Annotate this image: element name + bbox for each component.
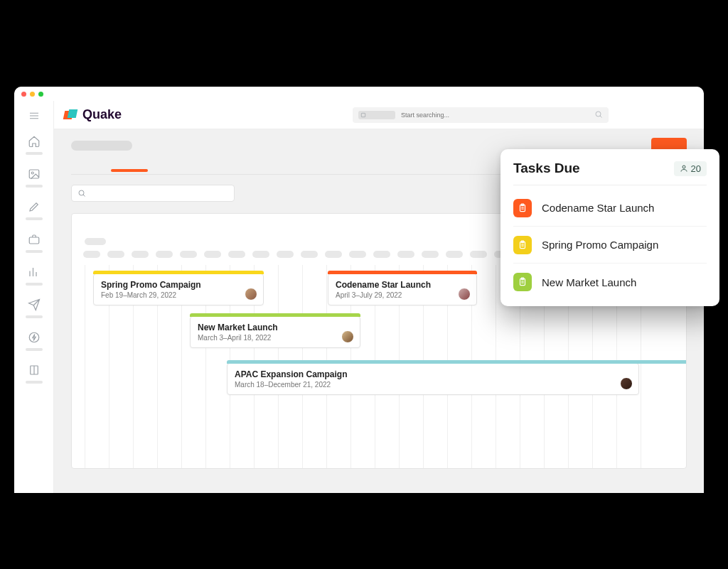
svg-point-12 (79, 190, 84, 195)
day-skeleton (180, 251, 197, 258)
window-titlebar (14, 87, 704, 101)
svg-line-13 (83, 195, 85, 197)
image-icon[interactable] (28, 168, 41, 180)
search-bar[interactable] (353, 107, 609, 123)
timeline-task[interactable]: APAC Expansion CampaignMarch 18–December… (227, 363, 639, 395)
task-dates: April 3–July 29, 2022 (336, 291, 469, 299)
tasks-due-item[interactable]: New Market Launch (513, 264, 707, 300)
day-skeleton (373, 251, 390, 258)
day-skeleton (349, 251, 366, 258)
tab-active-indicator[interactable] (111, 169, 148, 172)
task-dates: March 3–April 18, 2022 (198, 334, 353, 342)
day-skeleton (228, 251, 245, 258)
chart-icon[interactable] (28, 266, 41, 278)
app-logo[interactable]: Quake (64, 107, 122, 122)
bolt-icon[interactable] (28, 331, 41, 344)
day-skeleton (446, 251, 463, 258)
task-title: Codename Star Launch (336, 280, 469, 290)
day-skeleton (277, 251, 294, 258)
panel-header: Tasks Due 20 (513, 161, 707, 185)
timeline-task[interactable]: Spring Promo CampaignFeb 19–March 29, 20… (93, 273, 264, 305)
day-skeleton (301, 251, 318, 258)
task-due-label: Spring Promo Campaign (542, 239, 658, 251)
send-icon[interactable] (28, 298, 41, 311)
svg-point-4 (31, 172, 33, 174)
day-skeleton (422, 251, 439, 258)
task-due-label: Codename Star Launch (542, 202, 654, 214)
sidebar-skeleton (26, 185, 43, 188)
book-icon[interactable] (28, 364, 41, 376)
sidebar-skeleton (26, 315, 43, 318)
svg-line-11 (600, 116, 602, 118)
sidebar-skeleton (26, 217, 43, 220)
day-skeleton (325, 251, 342, 258)
sidebar-rail (14, 101, 54, 493)
svg-rect-5 (29, 237, 39, 244)
sidebar-skeleton (26, 283, 43, 286)
panel-title: Tasks Due (513, 161, 580, 176)
clipboard-icon (513, 199, 532, 217)
day-skeleton (132, 251, 149, 258)
task-title: Spring Promo Campaign (101, 280, 256, 290)
month-label-skeleton (85, 238, 106, 245)
briefcase-icon[interactable] (28, 233, 41, 246)
filter-input[interactable] (71, 185, 235, 202)
search-input[interactable] (401, 112, 589, 119)
day-skeleton (252, 251, 269, 258)
assignee-avatar[interactable] (620, 377, 633, 390)
window-minimize-icon[interactable] (30, 92, 35, 97)
sidebar-skeleton (26, 348, 43, 351)
people-count: 20 (691, 163, 701, 174)
window-close-icon[interactable] (21, 92, 26, 97)
logo-mark-icon (64, 109, 78, 121)
tasks-due-item[interactable]: Spring Promo Campaign (513, 227, 707, 264)
assignee-avatar[interactable] (341, 330, 354, 343)
assignee-avatar[interactable] (245, 288, 257, 300)
people-count-badge[interactable]: 20 (674, 161, 707, 176)
task-dates: Feb 19–March 29, 2022 (101, 291, 256, 299)
app-name: Quake (82, 107, 122, 122)
day-skeleton (204, 251, 221, 258)
menu-icon[interactable] (28, 109, 41, 122)
task-title: APAC Expansion Campaign (235, 369, 631, 379)
pencil-icon[interactable] (28, 200, 41, 213)
task-title: New Market Launch (198, 323, 353, 332)
svg-point-6 (29, 332, 39, 342)
day-skeleton (470, 251, 487, 258)
home-icon[interactable] (28, 135, 41, 148)
svg-point-14 (682, 166, 685, 168)
search-filter-chip[interactable] (358, 111, 395, 119)
svg-rect-9 (361, 113, 365, 116)
day-skeleton (107, 251, 124, 258)
sidebar-skeleton (26, 250, 43, 253)
day-skeleton (156, 251, 173, 258)
svg-point-10 (596, 112, 601, 116)
tasks-due-item[interactable]: Codename Star Launch (513, 190, 707, 227)
task-due-label: New Market Launch (542, 276, 636, 288)
tasks-due-panel[interactable]: Tasks Due 20 Codename Star LaunchSpring … (500, 149, 719, 306)
clipboard-icon (513, 273, 532, 291)
day-skeleton (83, 251, 100, 258)
timeline-task[interactable]: Codename Star LaunchApril 3–July 29, 202… (328, 273, 477, 305)
window-zoom-icon[interactable] (38, 92, 43, 97)
timeline-task[interactable]: New Market LaunchMarch 3–April 18, 2022 (190, 316, 360, 348)
assignee-avatar[interactable] (458, 288, 471, 300)
task-dates: March 18–December 21, 2022 (235, 381, 631, 389)
sidebar-skeleton (26, 152, 43, 155)
clipboard-icon (513, 236, 532, 254)
header-bar: Quake (54, 101, 704, 129)
search-icon[interactable] (594, 109, 603, 121)
day-skeleton (397, 251, 414, 258)
page-title-skeleton (71, 141, 132, 151)
panel-list: Codename Star LaunchSpring Promo Campaig… (513, 185, 707, 300)
svg-rect-3 (29, 170, 39, 178)
sidebar-skeleton (26, 381, 43, 384)
